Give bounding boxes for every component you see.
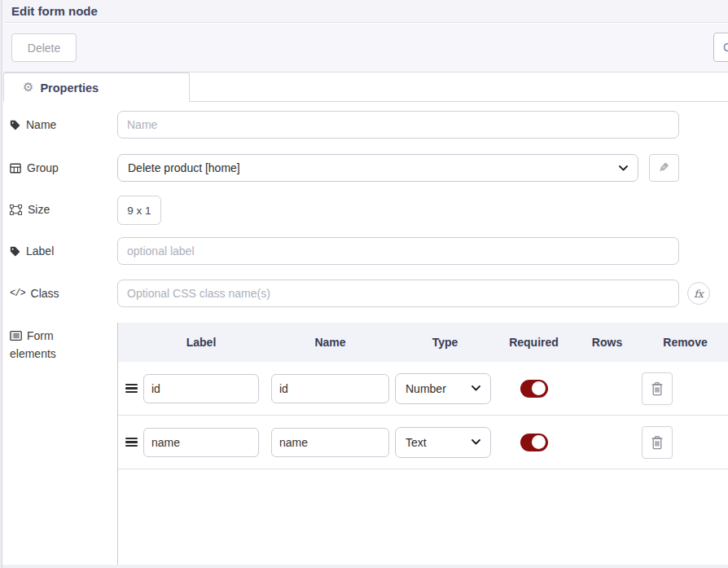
group-label-group: Group [10,154,59,182]
name-row: Name [3,111,728,140]
class-input[interactable] [117,280,679,307]
element-name-input[interactable] [271,428,389,457]
name-label-group: Name [10,111,56,139]
label-label-group: Label [10,237,54,265]
form-element-row: Text [118,416,728,469]
tab-label: Properties [40,81,99,95]
column-header-rows: Rows [572,336,642,349]
required-toggle[interactable] [520,380,548,398]
drag-handle-icon[interactable] [125,384,138,394]
element-label-input[interactable] [143,374,259,403]
code-icon: </> [10,288,25,298]
group-row: Group Delete product [home] ✎ [3,154,728,183]
tray-toolbar: Delete Cancel [3,24,728,73]
element-type-value: Number [406,382,446,395]
chevron-down-icon [471,385,480,391]
class-row: </> Class fx [3,280,728,309]
form-elements-list: Label Name Type Required Rows Remove Num… [117,323,728,565]
size-button[interactable]: 9 x 1 [117,196,161,225]
form-element-row: Number [118,362,728,416]
group-select-value: Delete product [home] [128,161,240,174]
label-input[interactable] [117,237,679,265]
tag-icon [10,120,20,130]
tray-footer-edge [0,565,728,568]
element-label-input[interactable] [143,428,259,457]
edit-group-button[interactable]: ✎ [649,154,679,182]
tab-bar: ⚙ Properties [3,73,728,102]
list-icon [10,331,22,341]
trash-icon [651,381,664,396]
size-row: Size 9 x 1 [3,196,728,225]
column-header-required: Required [495,336,572,349]
element-name-input[interactable] [271,374,389,403]
tab-properties[interactable]: ⚙ Properties [3,73,190,102]
workspace-edge [0,0,2,568]
name-label: Name [26,118,56,131]
class-label: Class [31,287,59,300]
pencil-icon: ✎ [659,161,669,175]
group-select[interactable]: Delete product [home] [117,154,638,182]
form-elements-header: Label Name Type Required Rows Remove [118,323,728,362]
element-type-select[interactable]: Number [395,373,491,404]
remove-row-button[interactable] [642,426,673,459]
label-row: Label [3,237,728,266]
column-header-name: Name [259,336,389,349]
size-label-group: Size [10,196,50,223]
gear-icon: ⚙ [23,81,33,94]
element-type-value: Text [406,436,427,449]
properties-panel: Name Group Delete product [home] ✎ Size [3,102,728,568]
table-icon [10,163,21,174]
drag-handle-icon[interactable] [125,438,138,447]
trash-icon [651,435,664,450]
form-elements-label-group: Form elements [10,328,94,363]
size-label: Size [28,203,50,216]
column-header-type: Type [389,336,495,349]
chevron-down-icon [471,439,480,445]
fx-button[interactable]: fx [687,282,710,305]
chevron-down-icon [619,165,628,171]
toggle-knob [532,435,546,449]
remove-row-button[interactable] [642,372,673,405]
object-group-icon [10,205,22,215]
element-type-select[interactable]: Text [395,427,491,458]
page-title: Edit form node [11,4,98,18]
required-toggle[interactable] [520,434,548,451]
class-label-group: </> Class [10,280,59,307]
toggle-knob [532,381,546,395]
label-label: Label [26,244,54,258]
group-label: Group [27,161,59,174]
tag-icon [10,246,20,257]
tray-header: Edit form node [3,0,728,23]
column-header-label: Label [143,336,259,349]
name-input[interactable] [117,111,679,139]
delete-button[interactable]: Delete [11,33,77,62]
cancel-button[interactable]: Cancel [713,33,728,62]
column-header-remove: Remove [642,336,728,349]
